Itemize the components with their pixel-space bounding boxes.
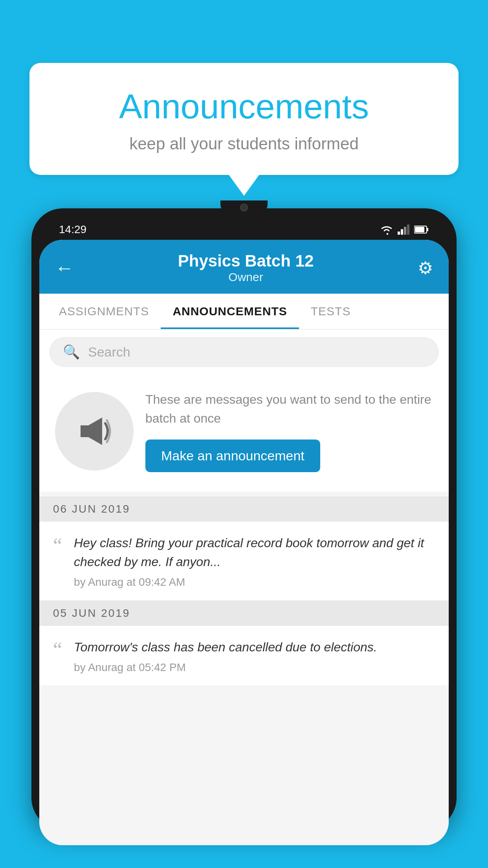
speech-bubble: Announcements keep all your students inf… — [29, 63, 459, 175]
status-icons — [380, 224, 429, 235]
app-screen: ← Physics Batch 12 Owner ⚙ ASSIGNMENTS A… — [39, 240, 449, 845]
promo-content: These are messages you want to send to t… — [145, 390, 433, 472]
announcement-text-2: Tomorrow's class has been cancelled due … — [74, 638, 435, 657]
wifi-icon — [380, 224, 394, 235]
date-separator-2: 05 JUN 2019 — [39, 601, 449, 626]
app-bar-title-group: Physics Batch 12 Owner — [74, 252, 418, 284]
tabs-bar: ASSIGNMENTS ANNOUNCEMENTS TESTS — [39, 294, 449, 330]
announcement-item-2[interactable]: “ Tomorrow's class has been cancelled du… — [39, 626, 449, 686]
signal-icon — [398, 224, 410, 235]
phone-notch — [220, 200, 268, 214]
promo-card: These are messages you want to send to t… — [39, 374, 449, 492]
back-button[interactable]: ← — [55, 257, 74, 279]
svg-rect-1 — [398, 232, 400, 235]
app-bar-subtitle: Owner — [74, 270, 418, 284]
content-area: 🔍 Search — [39, 330, 449, 845]
announcement-item-1[interactable]: “ Hey class! Bring your practical record… — [39, 522, 449, 601]
megaphone-icon — [75, 412, 114, 451]
speech-bubble-container: Announcements keep all your students inf… — [29, 63, 459, 196]
app-bar: ← Physics Batch 12 Owner ⚙ — [39, 240, 449, 294]
battery-icon — [414, 225, 429, 234]
tab-assignments[interactable]: ASSIGNMENTS — [47, 294, 161, 329]
announcement-text-1: Hey class! Bring your practical record b… — [74, 533, 435, 571]
svg-marker-0 — [387, 233, 388, 235]
tab-announcements[interactable]: ANNOUNCEMENTS — [161, 294, 299, 329]
announcement-meta-2: by Anurag at 05:42 PM — [74, 661, 435, 674]
phone-frame: 14:29 — [31, 208, 457, 829]
svg-rect-2 — [401, 229, 403, 235]
promo-description: These are messages you want to send to t… — [145, 390, 433, 428]
search-bar-wrapper: 🔍 Search — [39, 330, 449, 374]
search-icon: 🔍 — [63, 344, 80, 360]
svg-marker-8 — [81, 417, 102, 445]
announcement-content-2: Tomorrow's class has been cancelled due … — [74, 638, 435, 674]
quote-icon-2: “ — [53, 640, 62, 660]
speech-bubble-subtitle: keep all your students informed — [61, 134, 427, 153]
svg-rect-4 — [407, 224, 409, 235]
svg-rect-7 — [415, 227, 424, 232]
status-time: 14:29 — [59, 223, 86, 236]
phone-camera — [240, 204, 248, 211]
promo-icon-circle — [55, 392, 134, 471]
announcement-meta-1: by Anurag at 09:42 AM — [74, 576, 435, 588]
svg-rect-6 — [427, 228, 428, 231]
search-placeholder: Search — [88, 344, 130, 360]
speech-bubble-title: Announcements — [61, 86, 427, 127]
quote-icon-1: “ — [53, 535, 62, 556]
phone-wrapper: 14:29 — [31, 208, 457, 868]
status-bar: 14:29 — [39, 216, 449, 240]
svg-rect-3 — [404, 227, 406, 235]
app-bar-title: Physics Batch 12 — [74, 252, 418, 270]
speech-bubble-tail — [228, 174, 260, 196]
settings-button[interactable]: ⚙ — [418, 258, 433, 278]
search-bar[interactable]: 🔍 Search — [49, 337, 439, 367]
tab-tests[interactable]: TESTS — [299, 294, 363, 329]
make-announcement-button[interactable]: Make an announcement — [145, 440, 320, 472]
announcement-content-1: Hey class! Bring your practical record b… — [74, 533, 435, 588]
date-separator-1: 06 JUN 2019 — [39, 497, 449, 522]
